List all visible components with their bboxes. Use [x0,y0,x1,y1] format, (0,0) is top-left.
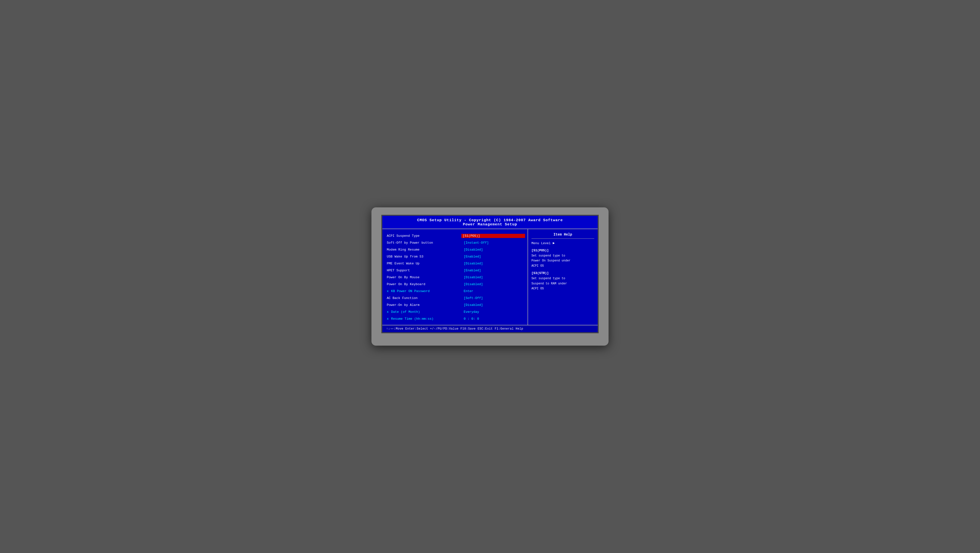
bios-value[interactable]: [Disabled] [461,275,525,279]
header-line2: Power Management Setup [382,222,598,227]
bios-row: Soft-Off by Power button[Instant-Off] [387,240,525,246]
bios-label: Soft-Off by Power button [387,241,461,245]
bios-row: Power On By Mouse[Disabled] [387,274,525,280]
bios-value[interactable]: [Enabled] [461,269,525,272]
help-s1-title: [S1(POS)] [531,249,594,252]
bios-label: PME Event Wake Up [387,262,461,265]
bios-value[interactable]: [Disabled] [461,303,525,307]
bios-label: USB Wake Up from S3 [387,255,461,259]
bios-label: Power-On by Alarm [387,303,461,307]
bios-label: Power On By Mouse [387,275,461,279]
bios-value[interactable]: [S1(POS)] [461,234,525,238]
bios-row: x Date (of Month)Everyday [387,308,525,315]
bios-value[interactable]: [Disabled] [461,262,525,265]
monitor: CMOS Setup Utility - Copyright (C) 1984-… [371,207,609,346]
x-prefix: x [387,310,391,314]
header-bar: CMOS Setup Utility - Copyright (C) 1984-… [382,216,598,229]
help-s3-section: [S3(STR)] Set suspend type to Suspend to… [531,271,594,291]
help-s3-title: [S3(STR)] [531,271,594,275]
bios-label: HPET Support [387,269,461,272]
bios-value[interactable]: [Enabled] [461,255,525,259]
bios-row: HPET Support[Enabled] [387,267,525,273]
item-help-panel: Item Help Menu Level ► [S1(POS)] Set sus… [528,229,598,325]
x-prefix: x [387,317,391,321]
bios-row: PME Event Wake Up[Disabled] [387,260,525,267]
bios-row: AC Back Function[Soft-Off] [387,295,525,301]
help-s1-section: [S1(POS)] Set suspend type to Power On S… [531,249,594,269]
bios-value[interactable]: 0 : 0: 0 [461,317,525,321]
bios-label: Modem Ring Resume [387,248,461,251]
bios-label: x KB Power ON Password [387,289,461,293]
menu-level-arrow: ► [553,241,555,245]
menu-level-label: Menu Level [531,242,551,245]
bios-value[interactable]: [Disabled] [461,283,525,286]
bios-row: Power-On by Alarm[Disabled] [387,302,525,308]
bios-label: AC Back Function [387,296,461,300]
header-line1: CMOS Setup Utility - Copyright (C) 1984-… [382,218,598,222]
help-s3-desc: Set suspend type to Suspend to RAM under… [531,276,594,291]
bios-row: Modem Ring Resume[Disabled] [387,246,525,253]
bios-screen: CMOS Setup Utility - Copyright (C) 1984-… [381,215,599,333]
bios-label: x Date (of Month) [387,310,461,314]
footer-bar: ↑↓→←:Move Enter:Select +/-/PU/PD:Value F… [382,325,598,332]
settings-panel: ACPI Suspend Type[S1(POS)]Soft-Off by Po… [382,229,528,325]
bios-label: Power On By Keyboard [387,283,461,286]
item-help-title: Item Help [531,232,594,239]
bios-value[interactable]: Enter [461,289,525,293]
footer-text: ↑↓→←:Move Enter:Select +/-/PU/PD:Value F… [386,327,523,331]
bios-label: ACPI Suspend Type [387,234,461,238]
bios-value[interactable]: [Soft-Off] [461,296,525,300]
bios-row: USB Wake Up from S3[Enabled] [387,253,525,260]
bios-value[interactable]: Everyday [461,310,525,314]
x-prefix: x [387,289,391,293]
bios-label: x Resume Time (hh:mm:ss) [387,317,461,321]
bios-row: ACPI Suspend Type[S1(POS)] [387,232,525,239]
help-s1-desc: Set suspend type to Power On Suspend und… [531,253,594,269]
menu-level-row: Menu Level ► [531,241,594,245]
bios-row: x Resume Time (hh:mm:ss)0 : 0: 0 [387,316,525,322]
main-area: ACPI Suspend Type[S1(POS)]Soft-Off by Po… [382,229,598,325]
bios-row: x KB Power ON PasswordEnter [387,288,525,294]
bios-value[interactable]: [Disabled] [461,248,525,251]
bios-value[interactable]: [Instant-Off] [461,241,525,245]
bios-row: Power On By Keyboard[Disabled] [387,281,525,288]
